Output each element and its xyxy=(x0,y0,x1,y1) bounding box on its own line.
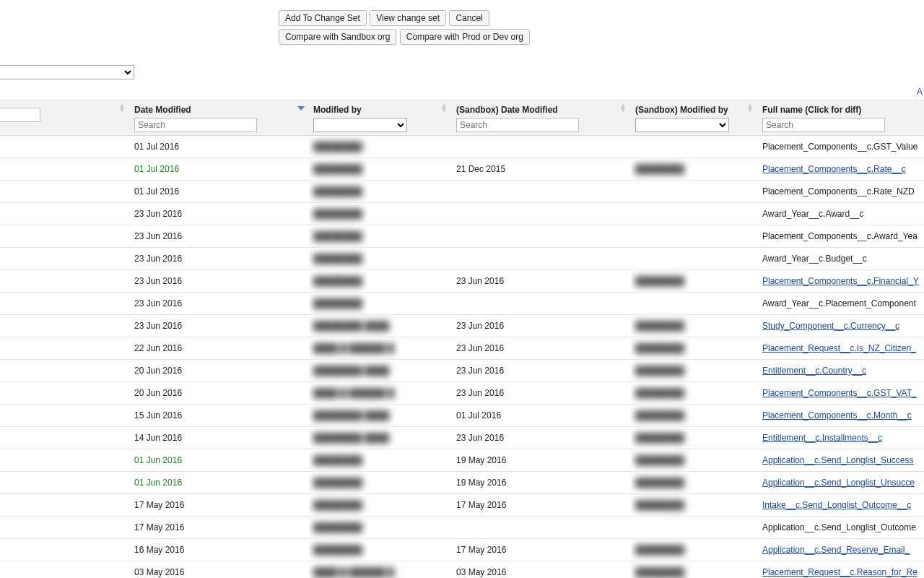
table-row: 20 Jun 2016████████ ████23 Jun 2016█████… xyxy=(0,360,924,382)
sort-icon: ▲▼ xyxy=(619,103,627,112)
cell-modified-by: ████████ xyxy=(309,449,452,472)
cell-date-modified: 01 Jun 2016 xyxy=(130,449,309,472)
cell-full-name[interactable]: Application__c.Send_Longlist_Unsucce xyxy=(758,472,924,494)
cell-sandbox-modified-by xyxy=(631,136,758,158)
cell-date-modified: 01 Jul 2016 xyxy=(130,181,309,203)
cell-modified-by: ████████ xyxy=(309,158,452,181)
cell-modified-by: ████████ xyxy=(309,539,452,561)
sandbox-modified-by-filter[interactable] xyxy=(635,118,729,132)
cell-full-name[interactable]: Placement_Components__c.Rate__c xyxy=(758,158,924,181)
col-header-date-modified[interactable]: Date Modified xyxy=(130,100,309,136)
col-header-modified-by[interactable]: ▲▼ Modified by xyxy=(309,100,452,136)
cell-sandbox-modified-by: ████████ xyxy=(631,337,758,360)
cell-sandbox-date: 23 Jun 2016 xyxy=(452,427,631,449)
name-search-input[interactable] xyxy=(0,108,40,122)
cell-full-name[interactable]: Entitlement__c.Installments__c xyxy=(758,427,924,449)
cell-name[interactable]: sful Outcome xyxy=(0,449,130,472)
cell-sandbox-date: 03 May 2016 xyxy=(452,561,631,579)
cell-sandbox-modified-by: ████████ xyxy=(631,382,758,405)
cell-name xyxy=(0,136,130,158)
table-row: e17 May 2016████████17 May 2016████████I… xyxy=(0,494,924,517)
cell-modified-by: ████████ xyxy=(309,472,452,494)
compare-prod-button[interactable]: Compare with Prod or Dev org xyxy=(400,29,530,45)
col-header-sandbox-date[interactable]: ▲▼ (Sandbox) Date Modified xyxy=(452,100,631,136)
cell-name xyxy=(0,225,130,248)
cell-full-name[interactable]: Placement_Request__c.Is_NZ_Citizen_ xyxy=(758,337,924,360)
cell-full-name[interactable]: Placement_Components__c.Month__c xyxy=(758,405,924,427)
cell-name[interactable]: e xyxy=(0,517,130,539)
cell-sandbox-modified-by xyxy=(631,517,758,539)
cell-full-name[interactable]: Study_Component__c.Currency__c xyxy=(758,315,924,337)
cell-sandbox-date xyxy=(452,136,631,158)
sort-icon: ▲▼ xyxy=(118,103,126,112)
cell-sandbox-date xyxy=(452,203,631,225)
cell-sandbox-date: 23 Jun 2016 xyxy=(452,315,631,337)
date-search-input[interactable] xyxy=(134,118,257,132)
cell-name[interactable]: e xyxy=(0,494,130,517)
cell-modified-by: ████ █ ██████ █ xyxy=(309,337,452,360)
cell-modified-by: ████████ xyxy=(309,181,452,203)
cell-sandbox-date: 19 May 2016 xyxy=(452,472,631,494)
cell-date-modified: 16 May 2016 xyxy=(130,539,309,561)
cell-date-modified: 03 May 2016 xyxy=(130,561,309,579)
cell-full-name[interactable]: Placement_Components__c.Financial_Y xyxy=(758,270,924,293)
cell-sandbox-modified-by xyxy=(631,293,758,315)
cell-sandbox-date xyxy=(452,293,631,315)
table-row: nts23 Jun 2016████████Award_Year__c.Plac… xyxy=(0,293,924,315)
cell-full-name[interactable]: Entitlement__c.Country__c xyxy=(758,360,924,382)
table-row: 01 Jul 2016████████Placement_Components_… xyxy=(0,136,924,158)
alpha-letter[interactable]: A xyxy=(914,87,924,97)
cell-full-name[interactable]: Application__c.Send_Reserve_Email_ xyxy=(758,539,924,561)
cell-name xyxy=(0,158,130,181)
table-row: 22 Jun 2016████ █ ██████ █23 Jun 2016███… xyxy=(0,337,924,360)
cell-full-name[interactable]: Placement_Components__c.GST_VAT_ xyxy=(758,382,924,405)
cell-sandbox-modified-by: ████████ xyxy=(631,561,758,579)
cell-name xyxy=(0,337,130,360)
cell-date-modified: 01 Jun 2016 xyxy=(130,472,309,494)
sandbox-date-search-input[interactable] xyxy=(456,118,579,132)
compare-sandbox-button[interactable]: Compare with Sandbox org xyxy=(279,29,396,45)
cell-name xyxy=(0,203,130,225)
cell-modified-by: ████████ ████ xyxy=(309,427,452,449)
table-row: 16 May 2016████████17 May 2016████████Ap… xyxy=(0,539,924,561)
table-row: 15 Jun 2016████████ ████01 Jul 2016█████… xyxy=(0,405,924,427)
col-header-full-name[interactable]: Full name (Click for diff) xyxy=(758,100,924,136)
cell-modified-by: ████████ xyxy=(309,136,452,158)
view-change-set-button[interactable]: View change set xyxy=(370,10,446,26)
cell-sandbox-modified-by: ████████ xyxy=(631,405,758,427)
cell-name xyxy=(0,270,130,293)
col-header-name[interactable]: ▲▼ xyxy=(0,100,130,136)
cell-full-name[interactable]: Placement_Request__c.Reason_for_Re xyxy=(758,561,924,579)
cell-sandbox-modified-by: ████████ xyxy=(631,270,758,293)
modified-by-filter[interactable] xyxy=(313,118,407,132)
cell-modified-by: ████████ ████ xyxy=(309,405,452,427)
cell-modified-by: ████████ xyxy=(309,225,452,248)
col-header-sandbox-modified-by[interactable]: ▲▼ (Sandbox) Modified by xyxy=(631,100,758,136)
cell-name[interactable]: cessful Outcome xyxy=(0,472,130,494)
cell-name xyxy=(0,360,130,382)
cell-sandbox-modified-by: ████████ xyxy=(631,360,758,382)
cell-name[interactable]: nts xyxy=(0,293,130,315)
cell-date-modified: 23 Jun 2016 xyxy=(130,270,309,293)
cell-date-modified: 22 Jun 2016 xyxy=(130,337,309,360)
cell-sandbox-date xyxy=(452,248,631,270)
cell-sandbox-modified-by xyxy=(631,248,758,270)
cell-sandbox-modified-by: ████████ xyxy=(631,539,758,561)
cancel-button[interactable]: Cancel xyxy=(449,10,489,26)
cell-date-modified: 01 Jul 2016 xyxy=(130,136,309,158)
sort-icon: ▲▼ xyxy=(746,103,754,112)
cell-sandbox-modified-by: ████████ xyxy=(631,315,758,337)
table-row: 01 Jul 2016████████Placement_Components_… xyxy=(0,181,924,203)
cell-sandbox-date xyxy=(452,517,631,539)
cell-date-modified: 23 Jun 2016 xyxy=(130,203,309,225)
cell-full-name[interactable]: Intake__c.Send_Longlist_Outcome__c xyxy=(758,494,924,517)
cell-date-modified: 14 Jun 2016 xyxy=(130,427,309,449)
cell-sandbox-date: 17 May 2016 xyxy=(452,539,631,561)
metadata-type-select[interactable]: eld xyxy=(0,65,134,79)
cell-modified-by: ████ █ ██████ █ xyxy=(309,561,452,579)
add-to-change-set-button[interactable]: Add To Change Set xyxy=(279,10,367,26)
table-row: cessful Outcome01 Jun 2016████████19 May… xyxy=(0,472,924,494)
full-name-search-input[interactable] xyxy=(762,118,885,132)
cell-full-name[interactable]: Application__c.Send_Longlist_Success xyxy=(758,449,924,472)
cell-date-modified: 23 Jun 2016 xyxy=(130,315,309,337)
